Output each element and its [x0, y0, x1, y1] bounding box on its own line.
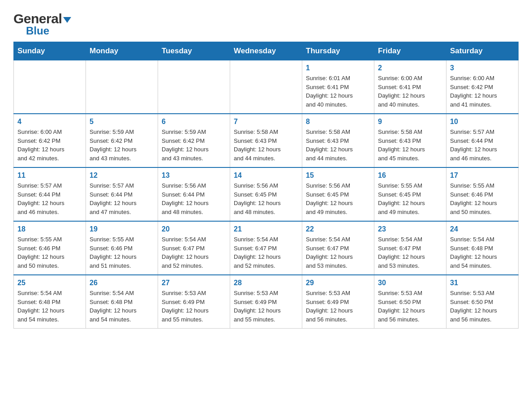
calendar-day-cell: 13Sunrise: 5:56 AMSunset: 6:44 PMDayligh…	[158, 167, 230, 221]
day-number: 11	[17, 171, 82, 180]
weekday-header-monday: Monday	[86, 42, 158, 60]
calendar-day-cell: 26Sunrise: 5:54 AMSunset: 6:48 PMDayligh…	[86, 275, 158, 329]
day-number: 3	[450, 64, 515, 72]
calendar-day-cell: 21Sunrise: 5:54 AMSunset: 6:47 PMDayligh…	[230, 221, 302, 275]
calendar-day-cell: 19Sunrise: 5:55 AMSunset: 6:46 PMDayligh…	[86, 221, 158, 275]
calendar-day-cell: 9Sunrise: 5:58 AMSunset: 6:43 PMDaylight…	[374, 114, 446, 167]
calendar-day-cell: 14Sunrise: 5:56 AMSunset: 6:45 PMDayligh…	[230, 167, 302, 221]
day-info: Sunrise: 5:54 AMSunset: 6:47 PMDaylight:…	[234, 235, 298, 270]
calendar-day-cell: 8Sunrise: 5:58 AMSunset: 6:43 PMDaylight…	[302, 114, 374, 167]
calendar-day-cell: 11Sunrise: 5:57 AMSunset: 6:44 PMDayligh…	[14, 167, 86, 221]
day-info: Sunrise: 5:53 AMSunset: 6:50 PMDaylight:…	[450, 289, 515, 324]
calendar-day-cell: 15Sunrise: 5:56 AMSunset: 6:45 PMDayligh…	[302, 167, 374, 221]
calendar-day-cell	[158, 60, 230, 114]
day-number: 27	[162, 279, 226, 287]
day-info: Sunrise: 5:57 AMSunset: 6:44 PMDaylight:…	[450, 128, 515, 163]
calendar-day-cell: 5Sunrise: 5:59 AMSunset: 6:42 PMDaylight…	[86, 114, 158, 167]
calendar-day-cell: 31Sunrise: 5:53 AMSunset: 6:50 PMDayligh…	[446, 275, 519, 329]
day-number: 22	[306, 225, 370, 233]
calendar-week-row: 11Sunrise: 5:57 AMSunset: 6:44 PMDayligh…	[14, 167, 519, 221]
calendar-day-cell: 24Sunrise: 5:54 AMSunset: 6:48 PMDayligh…	[446, 221, 519, 275]
weekday-header-sunday: Sunday	[14, 42, 86, 60]
day-info: Sunrise: 5:56 AMSunset: 6:45 PMDaylight:…	[234, 181, 298, 216]
day-number: 28	[234, 279, 298, 287]
day-number: 26	[90, 279, 154, 287]
day-number: 4	[17, 118, 82, 126]
day-info: Sunrise: 5:53 AMSunset: 6:49 PMDaylight:…	[162, 289, 226, 324]
calendar-day-cell: 25Sunrise: 5:54 AMSunset: 6:48 PMDayligh…	[14, 275, 86, 329]
calendar-day-cell	[86, 60, 158, 114]
day-info: Sunrise: 5:58 AMSunset: 6:43 PMDaylight:…	[234, 128, 298, 163]
day-info: Sunrise: 5:55 AMSunset: 6:46 PMDaylight:…	[450, 181, 515, 216]
calendar-day-cell: 28Sunrise: 5:53 AMSunset: 6:49 PMDayligh…	[230, 275, 302, 329]
calendar-day-cell: 6Sunrise: 5:59 AMSunset: 6:42 PMDaylight…	[158, 114, 230, 167]
day-info: Sunrise: 5:54 AMSunset: 6:47 PMDaylight:…	[378, 235, 442, 270]
calendar-day-cell: 23Sunrise: 5:54 AMSunset: 6:47 PMDayligh…	[374, 221, 446, 275]
day-number: 23	[378, 225, 442, 233]
calendar-day-cell: 4Sunrise: 6:00 AMSunset: 6:42 PMDaylight…	[14, 114, 86, 167]
day-info: Sunrise: 5:54 AMSunset: 6:48 PMDaylight:…	[450, 235, 515, 270]
weekday-header-row: SundayMondayTuesdayWednesdayThursdayFrid…	[14, 42, 519, 60]
page-header: General Blue	[13, 9, 519, 37]
calendar-day-cell: 27Sunrise: 5:53 AMSunset: 6:49 PMDayligh…	[158, 275, 230, 329]
day-info: Sunrise: 5:55 AMSunset: 6:46 PMDaylight:…	[17, 235, 82, 270]
day-number: 1	[306, 64, 370, 72]
day-info: Sunrise: 5:56 AMSunset: 6:44 PMDaylight:…	[162, 181, 226, 216]
day-number: 17	[450, 171, 515, 180]
logo-triangle-icon	[63, 17, 71, 23]
calendar-day-cell: 12Sunrise: 5:57 AMSunset: 6:44 PMDayligh…	[86, 167, 158, 221]
day-info: Sunrise: 5:55 AMSunset: 6:45 PMDaylight:…	[378, 181, 442, 216]
day-number: 2	[378, 64, 442, 72]
calendar-week-row: 18Sunrise: 5:55 AMSunset: 6:46 PMDayligh…	[14, 221, 519, 275]
day-number: 12	[90, 171, 154, 180]
day-number: 14	[234, 171, 298, 180]
calendar-day-cell: 3Sunrise: 6:00 AMSunset: 6:42 PMDaylight…	[446, 60, 519, 114]
day-info: Sunrise: 6:00 AMSunset: 6:42 PMDaylight:…	[17, 128, 82, 163]
day-info: Sunrise: 6:00 AMSunset: 6:42 PMDaylight:…	[450, 74, 515, 109]
day-number: 9	[378, 118, 442, 126]
calendar-day-cell: 18Sunrise: 5:55 AMSunset: 6:46 PMDayligh…	[14, 221, 86, 275]
day-info: Sunrise: 6:01 AMSunset: 6:41 PMDaylight:…	[306, 74, 370, 109]
day-info: Sunrise: 5:57 AMSunset: 6:44 PMDaylight:…	[17, 181, 82, 216]
calendar-day-cell: 17Sunrise: 5:55 AMSunset: 6:46 PMDayligh…	[446, 167, 519, 221]
day-info: Sunrise: 5:59 AMSunset: 6:42 PMDaylight:…	[162, 128, 226, 163]
day-number: 31	[450, 279, 515, 287]
day-number: 30	[378, 279, 442, 287]
day-info: Sunrise: 5:57 AMSunset: 6:44 PMDaylight:…	[90, 181, 154, 216]
calendar-day-cell: 1Sunrise: 6:01 AMSunset: 6:41 PMDaylight…	[302, 60, 374, 114]
day-number: 20	[162, 225, 226, 233]
day-number: 15	[306, 171, 370, 180]
weekday-header-friday: Friday	[374, 42, 446, 60]
day-info: Sunrise: 6:00 AMSunset: 6:41 PMDaylight:…	[378, 74, 442, 109]
day-info: Sunrise: 5:56 AMSunset: 6:45 PMDaylight:…	[306, 181, 370, 216]
day-number: 13	[162, 171, 226, 180]
day-info: Sunrise: 5:53 AMSunset: 6:49 PMDaylight:…	[306, 289, 370, 324]
day-number: 8	[306, 118, 370, 126]
day-number: 18	[17, 225, 82, 233]
day-number: 21	[234, 225, 298, 233]
day-info: Sunrise: 5:54 AMSunset: 6:48 PMDaylight:…	[17, 289, 82, 324]
day-info: Sunrise: 5:54 AMSunset: 6:47 PMDaylight:…	[306, 235, 370, 270]
calendar-day-cell: 10Sunrise: 5:57 AMSunset: 6:44 PMDayligh…	[446, 114, 519, 167]
day-number: 29	[306, 279, 370, 287]
calendar-day-cell: 16Sunrise: 5:55 AMSunset: 6:45 PMDayligh…	[374, 167, 446, 221]
day-number: 16	[378, 171, 442, 180]
calendar-table: SundayMondayTuesdayWednesdayThursdayFrid…	[13, 42, 519, 329]
calendar-day-cell: 30Sunrise: 5:53 AMSunset: 6:50 PMDayligh…	[374, 275, 446, 329]
calendar-day-cell: 7Sunrise: 5:58 AMSunset: 6:43 PMDaylight…	[230, 114, 302, 167]
day-number: 24	[450, 225, 515, 233]
calendar-day-cell	[14, 60, 86, 114]
day-info: Sunrise: 5:58 AMSunset: 6:43 PMDaylight:…	[378, 128, 442, 163]
calendar-day-cell: 20Sunrise: 5:54 AMSunset: 6:47 PMDayligh…	[158, 221, 230, 275]
day-number: 19	[90, 225, 154, 233]
weekday-header-saturday: Saturday	[446, 42, 519, 60]
weekday-header-tuesday: Tuesday	[158, 42, 230, 60]
logo: General Blue	[13, 11, 71, 37]
weekday-header-wednesday: Wednesday	[230, 42, 302, 60]
weekday-header-thursday: Thursday	[302, 42, 374, 60]
day-number: 5	[90, 118, 154, 126]
day-info: Sunrise: 5:53 AMSunset: 6:49 PMDaylight:…	[234, 289, 298, 324]
day-number: 6	[162, 118, 226, 126]
day-info: Sunrise: 5:55 AMSunset: 6:46 PMDaylight:…	[90, 235, 154, 270]
calendar-day-cell: 22Sunrise: 5:54 AMSunset: 6:47 PMDayligh…	[302, 221, 374, 275]
